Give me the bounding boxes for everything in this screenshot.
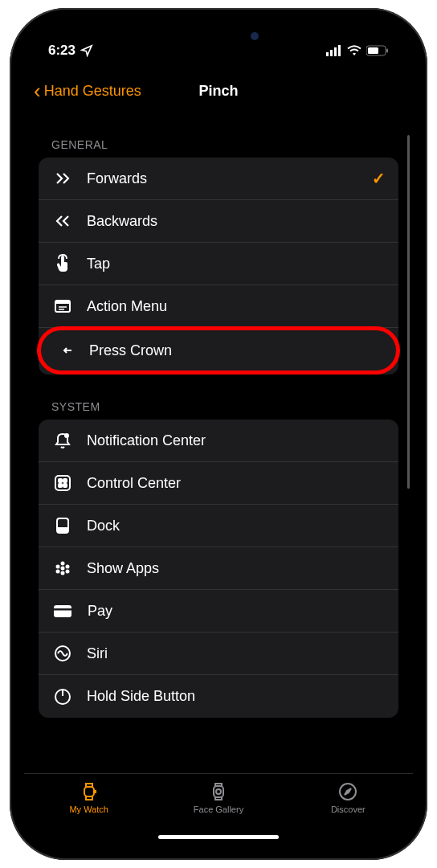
press-crown-icon	[54, 339, 76, 362]
scroll-indicator[interactable]	[407, 135, 410, 489]
svg-rect-28	[54, 608, 71, 611]
dock-icon	[51, 514, 74, 537]
item-label: Forwards	[87, 170, 372, 187]
item-label: Show Apps	[87, 560, 386, 577]
nav-bar: ‹ Hand Gestures Pinch	[24, 71, 413, 111]
content-area[interactable]: GENERALForwards✓BackwardsTapAction MenuP…	[24, 111, 413, 773]
svg-rect-27	[54, 605, 71, 617]
item-label: Backwards	[87, 213, 386, 230]
status-right	[326, 45, 389, 56]
list-item-pay[interactable]: Pay	[39, 590, 398, 633]
svg-rect-13	[55, 476, 70, 490]
svg-rect-17	[63, 484, 67, 487]
svg-rect-33	[95, 790, 96, 793]
item-label: Notification Center	[87, 432, 386, 449]
svg-rect-1	[330, 50, 333, 56]
wifi-icon	[347, 45, 361, 56]
apple-pay-icon	[51, 600, 74, 622]
svg-point-24	[56, 570, 60, 574]
location-icon	[80, 44, 93, 57]
battery-icon	[366, 45, 389, 56]
svg-point-35	[216, 789, 221, 794]
tab-label: Discover	[331, 805, 366, 814]
svg-rect-16	[59, 484, 62, 487]
svg-point-26	[61, 571, 65, 575]
svg-point-25	[66, 570, 70, 574]
back-button[interactable]: ‹ Hand Gestures	[34, 79, 141, 104]
item-label: Dock	[87, 518, 386, 534]
svg-rect-19	[57, 527, 68, 533]
page-title: Pinch	[198, 83, 238, 100]
tab-label: My Watch	[69, 805, 108, 814]
tab-discover[interactable]: Discover	[308, 780, 388, 814]
cellular-icon	[326, 45, 342, 56]
phone-screen: 6:23	[24, 23, 413, 845]
svg-rect-14	[59, 479, 62, 482]
control-center-icon	[51, 472, 74, 494]
svg-rect-15	[63, 479, 67, 482]
item-label: Siri	[87, 645, 386, 662]
list-item-siri[interactable]: Siri	[39, 633, 398, 675]
item-label: Press Crown	[89, 342, 383, 359]
phone-frame: 6:23	[10, 8, 427, 860]
hold-side-icon	[51, 686, 74, 708]
svg-rect-5	[368, 47, 378, 54]
list-item-backwards[interactable]: Backwards	[39, 200, 398, 243]
tap-icon	[51, 252, 74, 275]
status-left: 6:23	[48, 43, 93, 59]
item-label: Tap	[87, 256, 386, 272]
forwards-icon	[51, 167, 74, 190]
svg-rect-2	[334, 47, 337, 56]
item-label: Hold Side Button	[87, 688, 386, 705]
siri-icon	[51, 642, 74, 665]
svg-rect-0	[326, 52, 329, 56]
svg-rect-34	[214, 786, 223, 797]
home-indicator[interactable]	[158, 835, 279, 839]
list-item-hold-side-button[interactable]: Hold Side Button	[39, 675, 398, 718]
svg-point-23	[61, 567, 65, 571]
section-header: SYSTEM	[51, 400, 398, 413]
svg-rect-8	[55, 301, 70, 304]
list-item-forwards[interactable]: Forwards✓	[39, 158, 398, 200]
section-header: GENERAL	[51, 138, 398, 151]
list-group: Forwards✓BackwardsTapAction MenuPress Cr…	[39, 158, 398, 375]
svg-rect-6	[386, 49, 388, 53]
svg-point-22	[66, 565, 70, 569]
list-item-press-crown[interactable]: Press Crown	[37, 326, 400, 375]
list-item-action-menu[interactable]: Action Menu	[39, 285, 398, 328]
discover-icon	[337, 780, 359, 803]
list-group: Notification CenterControl CenterDockSho…	[39, 420, 398, 718]
chevron-left-icon: ‹	[34, 79, 41, 104]
svg-rect-32	[84, 787, 94, 796]
checkmark-icon: ✓	[372, 169, 386, 188]
notification-icon	[51, 429, 74, 452]
face-gallery-icon	[207, 780, 230, 803]
svg-point-20	[61, 562, 65, 566]
backwards-icon	[51, 210, 74, 232]
watch-icon	[78, 780, 100, 803]
action-menu-icon	[51, 295, 74, 317]
tab-face-gallery[interactable]: Face Gallery	[178, 780, 259, 814]
back-label: Hand Gestures	[44, 83, 141, 100]
notch	[134, 23, 303, 48]
list-item-control-center[interactable]: Control Center	[39, 462, 398, 505]
tab-my-watch[interactable]: My Watch	[49, 780, 129, 814]
list-item-dock[interactable]: Dock	[39, 505, 398, 547]
show-apps-icon	[51, 557, 74, 579]
item-label: Action Menu	[87, 298, 386, 315]
svg-point-12	[64, 433, 69, 438]
svg-point-21	[56, 565, 60, 569]
status-time: 6:23	[48, 43, 76, 59]
svg-rect-3	[338, 45, 341, 56]
list-item-notification-center[interactable]: Notification Center	[39, 420, 398, 462]
item-label: Pay	[87, 603, 386, 620]
item-label: Control Center	[87, 475, 386, 492]
tab-label: Face Gallery	[194, 805, 243, 814]
list-item-tap[interactable]: Tap	[39, 243, 398, 285]
list-item-show-apps[interactable]: Show Apps	[39, 547, 398, 590]
